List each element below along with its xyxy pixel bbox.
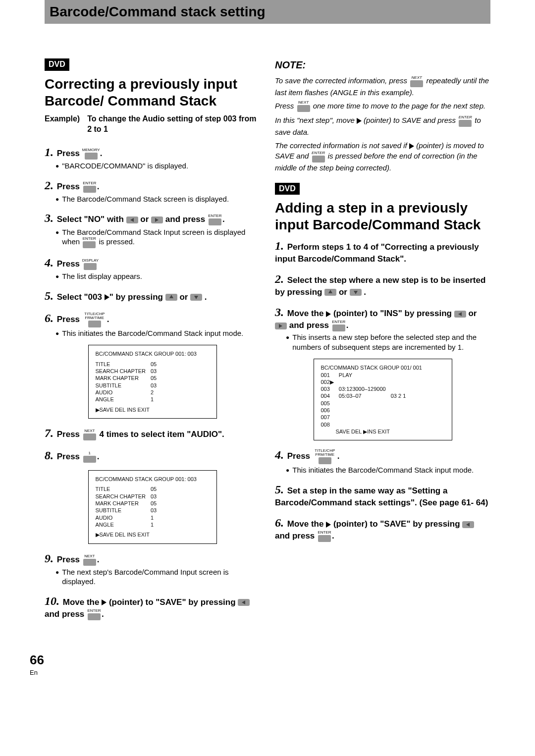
- enter-key-icon: [83, 186, 96, 193]
- screen-table: TITLE05 SEARCH CHAPTER03 MARK CHAPTER05 …: [96, 486, 162, 528]
- cell: 03: [151, 493, 161, 500]
- display-screen-1: BC/COMMAND STACK GROUP 001: 003 TITLE05 …: [88, 345, 217, 418]
- step-text: (pointer) to "SAVE" by pressing: [109, 597, 236, 607]
- title-chp-key-icon: [319, 457, 331, 464]
- cell: 1: [151, 521, 161, 528]
- bullet-icon: ●: [55, 229, 59, 237]
- section-title: Barcode/Command stack setting: [45, 0, 490, 24]
- step-text: Select "NO" with: [57, 215, 124, 224]
- cell: [339, 378, 391, 385]
- cell: AUDIO: [96, 389, 151, 396]
- title-chp-key-icon: [88, 321, 101, 327]
- key-label: NEXT: [298, 101, 309, 105]
- step-7: 7. Press NEXT 4 times to select item "AU…: [45, 426, 260, 441]
- rstep-1: 1. Perform steps 1 to 4 of "Correcting a…: [275, 238, 490, 265]
- right-column: NOTE: To save the corrected information,…: [275, 58, 490, 627]
- step-num: 1.: [275, 239, 284, 252]
- step-text: Press: [57, 149, 80, 158]
- cell: TITLE: [96, 486, 151, 492]
- page-number: 66: [30, 652, 44, 669]
- cell: 006: [321, 407, 339, 414]
- step-text: Select "003: [57, 292, 102, 302]
- next-key-icon: [410, 80, 423, 87]
- step-text: Press: [57, 430, 80, 439]
- key-label: 1: [89, 451, 91, 455]
- cell: [391, 378, 411, 385]
- cell: AUDIO: [96, 514, 151, 521]
- cell: 03:123000–129000: [339, 385, 391, 392]
- cell: PLAY: [339, 372, 391, 378]
- cell: 003: [321, 385, 339, 392]
- note-heading: NOTE:: [275, 58, 490, 71]
- cell: 05: [151, 375, 161, 381]
- left-arrow-key-icon: [462, 521, 474, 528]
- step-text: or: [468, 309, 477, 318]
- rstep-5: 5. Set a step in the same way as "Settin…: [275, 482, 490, 508]
- cell: 03 2 1: [391, 392, 411, 399]
- step-1: 1. Press MEMORY. ●"BARCODE/COMMAND" is d…: [45, 145, 260, 171]
- screen-footer: ▶SAVE DEL INS EXIT: [96, 531, 210, 538]
- rstep-4: 4. Press TITLE/CHP FRM/TIME. ●This initi…: [275, 447, 490, 475]
- right-arrow-key-icon: [275, 323, 287, 329]
- step-text: Select the step where a new step is to b…: [275, 275, 485, 297]
- enter-key-icon: [209, 218, 221, 225]
- rstep-2: 2. Select the step where a new step is t…: [275, 271, 490, 298]
- screen-table: TITLE05 SEARCH CHAPTER03 MARK CHAPTER05 …: [96, 361, 162, 403]
- next-key-icon: [297, 105, 310, 112]
- note-text: In this "next step", move: [275, 116, 355, 124]
- right-arrow-key-icon: [151, 216, 163, 223]
- memory-key-icon: [85, 153, 98, 160]
- step-4: 4. Press DISPLAY ●The list display appea…: [45, 255, 260, 281]
- step-text: Press: [57, 182, 80, 191]
- example-line: Example) To change the Audio setting of …: [45, 114, 260, 135]
- cell: 008: [321, 421, 339, 428]
- key-label: DISPLAY: [82, 259, 99, 263]
- step-text: or: [179, 292, 188, 302]
- bullet-text: The Barcode/Command Stack Input screen i…: [62, 227, 260, 249]
- left-arrow-key-icon: [126, 216, 138, 223]
- cell: SUBTITLE: [96, 507, 151, 514]
- step-text: and press: [289, 321, 329, 330]
- period: .: [364, 287, 366, 297]
- right-heading: Adding a step in a previously input Barc…: [275, 200, 490, 233]
- step-num: 10.: [45, 594, 59, 607]
- pointer-icon: [409, 143, 414, 149]
- next-key-icon: [83, 559, 96, 566]
- key-label: ENTER: [318, 531, 331, 535]
- cell: [391, 385, 411, 392]
- bullet-icon: ●: [55, 569, 59, 577]
- step-text: Press: [57, 259, 80, 269]
- enter-key-icon: [312, 156, 325, 162]
- key-label: TITLE/CHP FRM/TIME: [82, 312, 107, 320]
- bullet-icon: ●: [55, 273, 59, 281]
- bullet-text: This initiates the Barcode/Command Stack…: [62, 328, 243, 338]
- step-num: 7.: [45, 427, 54, 439]
- next-key-icon: [83, 433, 96, 440]
- key-label: NEXT: [84, 554, 95, 558]
- page-language: En: [30, 669, 44, 677]
- step-text: Move the: [287, 519, 324, 529]
- cell: ANGLE: [96, 396, 151, 403]
- screen-footer: SAVE DEL ▶INS EXIT: [321, 428, 445, 435]
- bullet-text: The next step's Barcode/Command Input sc…: [62, 567, 260, 587]
- bullet-icon: ●: [55, 196, 59, 204]
- cell: 1: [151, 514, 161, 521]
- screen-footer: ▶SAVE DEL INS EXIT: [96, 406, 210, 413]
- cell: 002▶: [321, 378, 339, 385]
- cell: SUBTITLE: [96, 382, 151, 389]
- step-text: Press: [57, 452, 80, 461]
- step-text: and press: [275, 531, 315, 540]
- step-num: 1.: [45, 146, 54, 159]
- rstep-3: 3. Move the (pointer) to "INS" by pressi…: [275, 305, 490, 352]
- bullet-text: The Barcode/Command Stack screen is disp…: [62, 194, 229, 204]
- step-6: 6. Press TITLE/CHP FRM/TIME. ●This initi…: [45, 311, 260, 338]
- bullet-icon: ●: [286, 334, 289, 342]
- step-text: Move the: [287, 309, 324, 318]
- key-label: ENTER: [87, 609, 101, 613]
- pointer-icon: [357, 118, 362, 124]
- step-text: " by pressing: [109, 292, 163, 302]
- display-screen-3: BC/COMMAND STACK GROUP 001/ 001 001PLAY …: [314, 359, 452, 440]
- key-label: TITLE/CHP FRM/TIME: [313, 449, 337, 457]
- cell: ANGLE: [96, 521, 151, 528]
- enter-key-icon: [332, 324, 345, 331]
